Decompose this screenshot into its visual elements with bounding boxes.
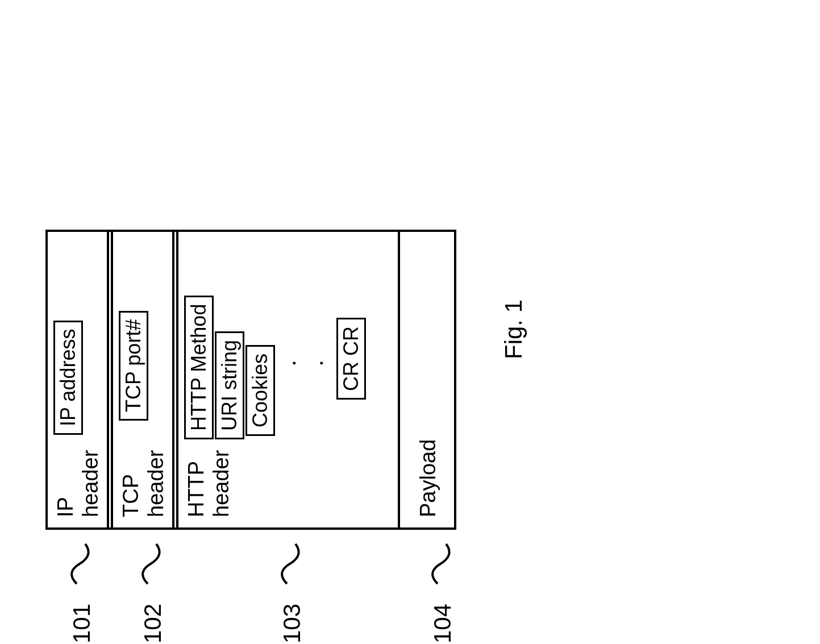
http-fields-group: HTTP Method URI string Cookies . . CR CR <box>184 296 366 439</box>
http-method-field: HTTP Method <box>184 296 214 439</box>
connector-103 <box>276 541 310 587</box>
tcp-header-label: TCP header <box>119 450 168 517</box>
ellipsis-dot-2: . <box>303 296 331 365</box>
ellipsis-dot-1: . <box>276 296 303 365</box>
connector-104 <box>426 541 460 587</box>
packet-structure: IP header IP address TCP header TCP port… <box>45 230 456 530</box>
uri-string-field: URI string <box>215 331 244 439</box>
ref-num-104: 104 <box>429 604 456 643</box>
figure-caption: Fig. 1 <box>500 300 527 359</box>
ip-address-field: IP address <box>53 321 83 435</box>
ip-header-label: IP header <box>53 450 103 517</box>
connector-102 <box>136 541 170 587</box>
http-header-label: HTTP header <box>184 450 234 517</box>
connector-101 <box>65 541 99 587</box>
crcr-field: CR CR <box>336 318 366 400</box>
tcp-port-field: TCP port# <box>119 311 148 421</box>
ref-num-102: 102 <box>139 604 167 643</box>
cookies-field: Cookies <box>245 345 275 436</box>
payload-label: Payload <box>416 242 441 517</box>
packet-diagram: 101 102 103 104 <box>45 103 456 530</box>
ref-num-103: 103 <box>278 604 306 643</box>
ref-num-101: 101 <box>68 604 95 643</box>
payload-section: Payload <box>400 232 454 527</box>
http-header-section: HTTP header HTTP Method URI string Cooki… <box>178 232 400 527</box>
tcp-header-section: TCP header TCP port# <box>113 232 178 527</box>
ip-header-section: IP header IP address <box>48 232 113 527</box>
